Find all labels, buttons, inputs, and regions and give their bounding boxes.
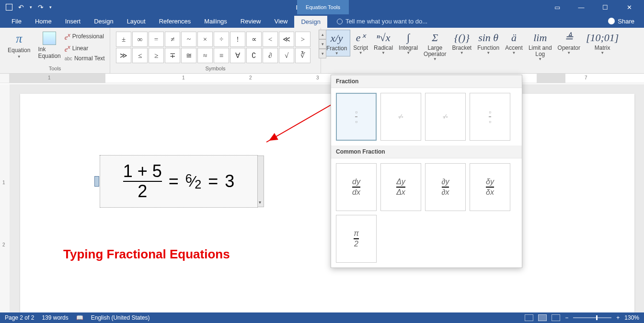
symbols-scroll-down[interactable]: ▾ xyxy=(319,39,326,49)
professional-option[interactable]: exProfessional xyxy=(65,32,105,42)
tell-me-search[interactable]: Tell me what you want to do... xyxy=(327,18,427,25)
symbol-cell[interactable]: ∞ xyxy=(132,32,148,47)
symbol-cell[interactable]: > xyxy=(295,32,310,47)
fraction-template[interactable]: ▫▫ xyxy=(336,93,377,141)
bulb-icon xyxy=(337,19,343,24)
structure-accent[interactable]: äAccent▼ xyxy=(502,30,526,56)
ruler: 1 1 2 3 7 xyxy=(0,74,644,83)
tab-mailings[interactable]: Mailings xyxy=(197,15,234,27)
equation-button[interactable]: π Equation ▼ xyxy=(4,30,34,66)
ink-equation-button[interactable]: Ink Equation xyxy=(34,30,64,66)
linear-option[interactable]: exLinear xyxy=(65,44,105,54)
pi-icon: π xyxy=(16,32,22,46)
zoom-in[interactable]: + xyxy=(616,314,620,321)
equation-tools-context-tab: Equation Tools xyxy=(297,0,349,14)
page[interactable]: 1 + 5 2 = 6 ⁄ 2 = 3 Typing Fractional Eq… xyxy=(20,94,634,314)
caption-text: Typing Fractional Equations xyxy=(63,247,230,262)
symbol-cell[interactable]: < xyxy=(263,32,278,47)
structure-integral[interactable]: ∫Integral▼ xyxy=(396,30,421,56)
undo-button[interactable]: ↶ xyxy=(18,3,24,11)
equation-options-dropdown[interactable] xyxy=(257,156,264,207)
symbol-cell[interactable]: ! xyxy=(230,32,245,47)
web-layout-view[interactable] xyxy=(552,314,560,321)
tab-view[interactable]: View xyxy=(267,15,294,27)
symbol-cell[interactable]: ≅ xyxy=(181,48,196,63)
structures-group: x/yFraction▼eˣScript▼ⁿ√xRadical▼∫Integra… xyxy=(321,28,644,73)
ribbon-tabs: File Home Insert Design Layout Reference… xyxy=(0,14,644,28)
symbol-cell[interactable]: ∀ xyxy=(230,48,245,63)
symbol-cell[interactable]: ∁ xyxy=(246,48,262,63)
tab-design[interactable]: Design xyxy=(87,15,120,27)
common-fraction[interactable]: ∂y∂x xyxy=(425,163,466,211)
symbol-cell[interactable]: √ xyxy=(279,48,294,63)
language-indicator[interactable]: English (United States) xyxy=(91,314,150,321)
symbol-cell[interactable]: ≥ xyxy=(149,48,164,63)
symbol-cell[interactable]: ≫ xyxy=(116,48,131,63)
ribbon-display-icon[interactable]: ▭ xyxy=(550,4,564,11)
redo-button[interactable]: ↷ xyxy=(38,3,44,11)
ribbon: π Equation ▼ Ink Equation exProfessional… xyxy=(0,28,644,74)
symbol-cell[interactable]: ∂ xyxy=(263,48,278,63)
equation-editor-box[interactable]: 1 + 5 2 = 6 ⁄ 2 = 3 xyxy=(100,155,258,208)
symbols-scroll-up[interactable]: ▴ xyxy=(319,30,326,39)
structure-script[interactable]: eˣScript▼ xyxy=(350,30,371,56)
symbol-cell[interactable]: ∝ xyxy=(246,32,262,47)
symbol-cell[interactable]: ÷ xyxy=(214,32,229,47)
structure-fraction[interactable]: x/yFraction▼ xyxy=(323,30,350,56)
symbol-cell[interactable]: ∓ xyxy=(165,48,180,63)
structure-function[interactable]: sin θFunction▼ xyxy=(474,30,502,56)
structure-large-operator[interactable]: ΣLarge Operator▼ xyxy=(421,30,449,62)
tab-references[interactable]: References xyxy=(152,15,197,27)
symbol-cell[interactable]: ≪ xyxy=(279,32,294,47)
zoom-out[interactable]: − xyxy=(565,314,568,321)
symbol-cell[interactable]: ≈ xyxy=(197,48,213,63)
zoom-level[interactable]: 130% xyxy=(624,314,639,321)
share-button[interactable]: Share xyxy=(603,16,639,27)
symbol-cell[interactable]: ~ xyxy=(181,32,196,47)
close-button[interactable]: ✕ xyxy=(622,4,636,11)
read-mode-view[interactable] xyxy=(525,314,533,321)
save-icon[interactable] xyxy=(6,4,12,11)
common-fraction[interactable]: δyδx xyxy=(470,163,510,211)
vertical-ruler: 1 2 xyxy=(0,84,10,312)
common-fraction[interactable]: ΔyΔx xyxy=(380,163,421,211)
tab-equation-design[interactable]: Design xyxy=(294,16,327,28)
minimize-button[interactable]: — xyxy=(574,4,588,11)
page-indicator[interactable]: Page 2 of 2 xyxy=(5,314,34,321)
fraction-template[interactable]: ▫▫ xyxy=(470,93,510,141)
symbols-group: ±∞=≠~×÷!∝<≪>≫≤≥∓≅≈≡∀∁∂√∛ ▴ ▾ ▾ Symbols xyxy=(110,28,321,73)
structure-matrix[interactable]: [10;01]Matrix▼ xyxy=(583,30,621,56)
gallery-section-common-fraction: Common Fraction xyxy=(331,145,522,158)
symbol-cell[interactable]: ≤ xyxy=(132,48,148,63)
word-count[interactable]: 139 words xyxy=(42,314,68,321)
title-bar: ↶ ▾ ↷ ▾ Document1 - Word Equation Tools … xyxy=(0,0,644,14)
equation-move-handle[interactable] xyxy=(94,176,99,187)
tab-file[interactable]: File xyxy=(5,15,28,27)
tab-home[interactable]: Home xyxy=(28,15,58,27)
normal-text-option[interactable]: abcNormal Text xyxy=(65,55,105,62)
tab-insert[interactable]: Insert xyxy=(58,15,88,27)
common-fraction[interactable]: dydx xyxy=(336,163,377,211)
symbol-cell[interactable]: ± xyxy=(116,32,131,47)
symbol-cell[interactable]: = xyxy=(149,32,164,47)
symbol-cell[interactable]: ≠ xyxy=(165,32,180,47)
symbols-more[interactable]: ▾ xyxy=(319,49,326,58)
fraction-template[interactable]: ▫⁄▫ xyxy=(380,93,421,141)
symbol-cell[interactable]: ∛ xyxy=(295,48,310,63)
print-layout-view[interactable] xyxy=(538,314,547,321)
tab-review[interactable]: Review xyxy=(234,15,268,27)
status-bar: Page 2 of 2 139 words 📖 English (United … xyxy=(0,312,644,323)
structure-bracket[interactable]: {()}Bracket▼ xyxy=(449,30,474,56)
structure-limit-and-log[interactable]: limLimit and Log▼ xyxy=(526,30,555,62)
fraction-gallery: Fraction ▫▫▫⁄▫▫⁄▫▫▫ Common Fraction dydx… xyxy=(331,75,522,268)
spellcheck-icon[interactable]: 📖 xyxy=(76,314,83,321)
structure-radical[interactable]: ⁿ√xRadical▼ xyxy=(371,30,396,56)
structure-operator[interactable]: ≜Operator▼ xyxy=(555,30,583,56)
maximize-button[interactable]: ☐ xyxy=(598,4,612,11)
common-fraction[interactable]: π2 xyxy=(336,215,377,263)
fraction-template[interactable]: ▫⁄▫ xyxy=(425,93,466,141)
tab-layout[interactable]: Layout xyxy=(120,15,152,27)
zoom-slider[interactable] xyxy=(573,317,611,318)
symbol-cell[interactable]: × xyxy=(197,32,213,47)
symbol-cell[interactable]: ≡ xyxy=(214,48,229,63)
